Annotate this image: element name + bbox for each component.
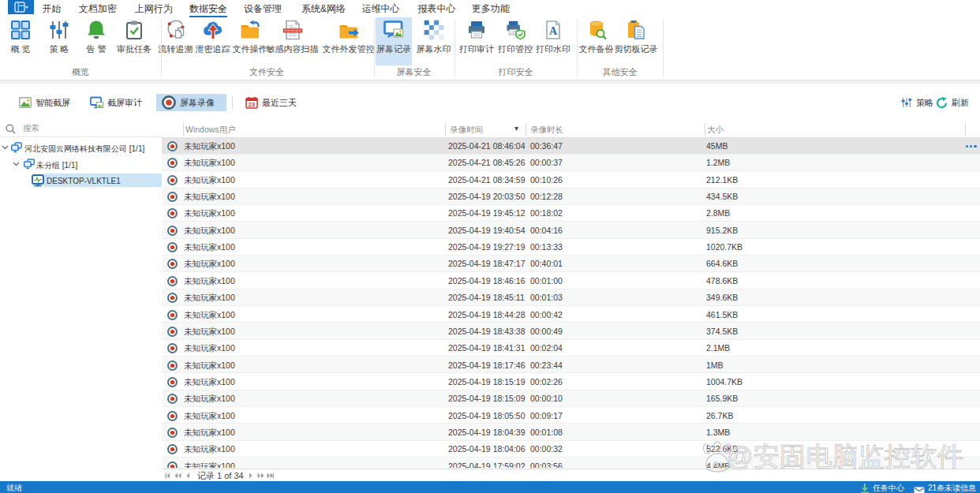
svg-text:23: 23 [249,101,255,108]
svg-text:du: du [713,459,722,469]
svg-text:A: A [549,25,558,37]
